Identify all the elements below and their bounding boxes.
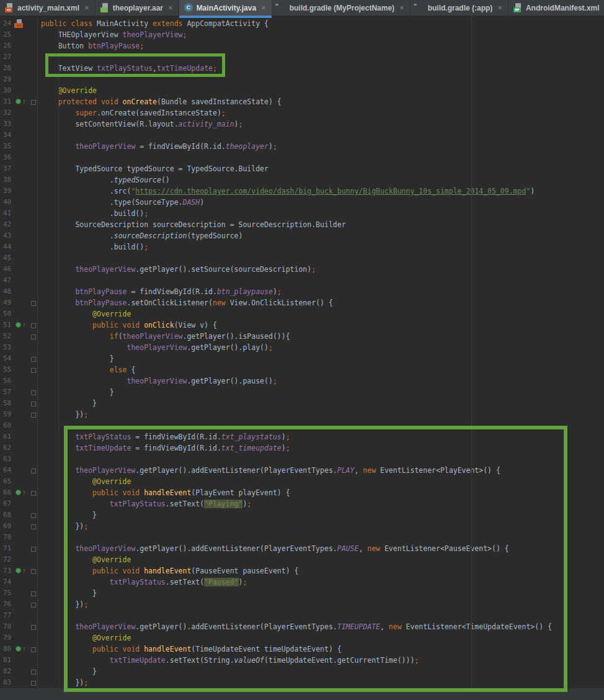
code-text[interactable]: txtTimeUpdate = findViewById(R.id.txt_ti… — [38, 442, 290, 454]
code-line[interactable]: 37 TypedSource typedSource = TypedSource… — [0, 163, 604, 174]
tab-build-gradle-app[interactable]: build.gradle (:app)× — [411, 0, 509, 16]
fold-marker-icon[interactable] — [31, 491, 36, 496]
code-line[interactable]: 70 — [0, 532, 604, 543]
fold-marker-icon[interactable] — [31, 524, 36, 529]
fold-marker-icon[interactable] — [31, 334, 36, 339]
code-text[interactable]: } — [38, 509, 97, 521]
fold-marker-icon[interactable] — [31, 681, 36, 686]
code-line[interactable]: 26 Button btnPlayPause; — [0, 40, 604, 52]
code-line[interactable]: 64 theoPlayerView.getPlayer().addEventLi… — [0, 465, 604, 476]
code-text[interactable]: @Override — [38, 85, 97, 96]
fold-marker-icon[interactable] — [31, 469, 36, 473]
code-text[interactable]: public void handleEvent(PauseEvent pause… — [38, 565, 298, 577]
code-line[interactable]: 53 theoPlayerView.getPlayer().play(); — [0, 342, 604, 353]
code-line[interactable]: 31↑ protected void onCreate(Bundle saved… — [0, 96, 604, 107]
code-text[interactable] — [38, 74, 41, 85]
code-line[interactable]: 30 @Override — [0, 85, 604, 96]
code-text[interactable]: }); — [38, 599, 88, 610]
code-text[interactable]: }); — [38, 677, 88, 688]
code-line[interactable]: 77 — [0, 610, 604, 621]
code-text[interactable]: if(theoPlayerView.getPlayer().isPaused()… — [38, 331, 290, 342]
code-text[interactable]: THEOplayerView theoPlayerView; — [38, 29, 187, 40]
class-gutter-icon[interactable]: <> — [14, 19, 24, 28]
code-text[interactable]: theoPlayerView.getPlayer().play(); — [38, 342, 273, 353]
fold-marker-icon[interactable] — [31, 368, 36, 373]
tab-androidmanifest-xml[interactable]: MFAndroidManifest.xml× — [509, 0, 604, 16]
code-line[interactable]: 71 theoPlayerView.getPlayer().addEventLi… — [0, 543, 604, 554]
code-line[interactable]: 45 — [0, 253, 604, 264]
code-text[interactable] — [38, 130, 41, 141]
code-text[interactable]: theoPlayerView.getPlayer().addEventListe… — [38, 465, 500, 476]
code-text[interactable]: .build(); — [38, 208, 148, 219]
code-line[interactable]: 47 — [0, 275, 604, 286]
code-line[interactable]: 33 setContentView(R.layout.activity_main… — [0, 119, 604, 130]
code-line[interactable]: 61 txtPlayStatus = findViewById(R.id.txt… — [0, 431, 604, 442]
code-text[interactable]: txtPlayStatus = findViewById(R.id.txt_pl… — [38, 431, 290, 442]
code-text[interactable]: theoPlayerView.getPlayer().addEventListe… — [38, 543, 509, 554]
code-line[interactable]: 41 .build(); — [0, 208, 604, 219]
code-line[interactable]: 34 — [0, 130, 604, 141]
code-line[interactable]: 46 theoPlayerView.getPlayer().setSource(… — [0, 264, 604, 275]
code-text[interactable]: txtTimeUpdate.setText(String.valueOf(tim… — [38, 655, 419, 666]
code-text[interactable] — [38, 532, 41, 543]
code-text[interactable] — [38, 420, 41, 431]
code-line[interactable]: 65 @Override — [0, 476, 604, 487]
code-line[interactable]: 32 super.onCreate(savedInstanceState); — [0, 107, 604, 119]
code-text[interactable]: txtPlayStatus.setText("Playing"); — [38, 498, 251, 509]
code-text[interactable]: @Override — [38, 476, 131, 487]
code-line[interactable]: 40 .type(SourceType.DASH) — [0, 197, 604, 208]
code-line[interactable]: 59 }); — [0, 409, 604, 420]
tab-theoplayer-aar[interactable]: theoplayer.aar× — [95, 0, 179, 16]
code-line[interactable]: 73↑ public void handleEvent(PauseEvent p… — [0, 565, 604, 577]
fold-marker-icon[interactable] — [31, 603, 36, 608]
code-text[interactable]: @Override — [38, 554, 131, 565]
code-line[interactable]: 58 } — [0, 398, 604, 409]
code-text[interactable]: else { — [38, 364, 135, 375]
code-text[interactable]: theoPlayerView.getPlayer().setSource(sou… — [38, 264, 316, 275]
code-line[interactable]: 57 } — [0, 387, 604, 398]
close-tab-icon[interactable]: × — [261, 4, 266, 12]
code-text[interactable]: TextView txtPlayStatus,txtTimeUpdate; — [38, 63, 217, 74]
code-line[interactable]: 49 btnPlayPause.setOnClickListener(new V… — [0, 297, 604, 308]
code-line[interactable]: 43 .sourceDescription(typedSource) — [0, 230, 604, 241]
code-line[interactable]: 75 } — [0, 588, 604, 599]
code-text[interactable]: } — [38, 387, 114, 398]
fold-marker-icon[interactable] — [31, 569, 36, 574]
code-text[interactable]: } — [38, 666, 97, 677]
code-line[interactable]: 51↑ public void onClick(View v) { — [0, 320, 604, 331]
override-method-icon[interactable] — [16, 322, 21, 328]
tab-activity-main-xml[interactable]: <>activity_main.xml× — [0, 0, 95, 16]
close-tab-icon[interactable]: × — [497, 4, 502, 12]
code-editor[interactable]: 24<>public class MainActivity extends Ap… — [0, 16, 604, 688]
code-line[interactable]: 55 else { — [0, 364, 604, 375]
code-line[interactable]: 38 .typedSource() — [0, 174, 604, 186]
code-text[interactable]: super.onCreate(savedInstanceState); — [38, 107, 226, 119]
fold-marker-icon[interactable] — [31, 513, 36, 518]
overrides-arrow-icon[interactable]: ↑ — [22, 644, 26, 653]
code-line[interactable]: 54 } — [0, 353, 604, 364]
code-line[interactable]: 74 txtPlayStatus.setText("Paused"); — [0, 577, 604, 588]
fold-marker-icon[interactable] — [31, 625, 36, 630]
close-tab-icon[interactable]: × — [399, 4, 404, 12]
code-text[interactable]: }); — [38, 521, 88, 532]
code-line[interactable]: 56 theoPlayerView.getPlayer().pause(); — [0, 375, 604, 387]
fold-marker-icon[interactable] — [31, 591, 36, 596]
code-line[interactable]: 72 @Override — [0, 554, 604, 565]
code-text[interactable] — [38, 454, 41, 465]
code-text[interactable] — [38, 52, 41, 63]
overrides-arrow-icon[interactable]: ↑ — [22, 320, 26, 330]
code-text[interactable]: .build(); — [38, 241, 148, 253]
fold-marker-icon[interactable] — [31, 670, 36, 675]
code-text[interactable]: .src("https://cdn.theoplayer.com/video/d… — [38, 186, 535, 197]
code-text[interactable] — [38, 253, 41, 264]
code-line[interactable]: 68 } — [0, 509, 604, 521]
fold-marker-icon[interactable] — [31, 301, 36, 306]
code-text[interactable]: theoPlayerView.getPlayer().pause(); — [38, 375, 277, 387]
close-tab-icon[interactable]: × — [168, 4, 173, 12]
code-line[interactable]: 39 .src("https://cdn.theoplayer.com/vide… — [0, 186, 604, 197]
code-line[interactable]: 79 @Override — [0, 632, 604, 644]
close-tab-icon[interactable]: × — [84, 4, 89, 12]
code-line[interactable]: 42 SourceDescription sourceDescription =… — [0, 219, 604, 230]
code-text[interactable]: SourceDescription sourceDescription = So… — [38, 219, 346, 230]
code-line[interactable]: 29 — [0, 74, 604, 85]
